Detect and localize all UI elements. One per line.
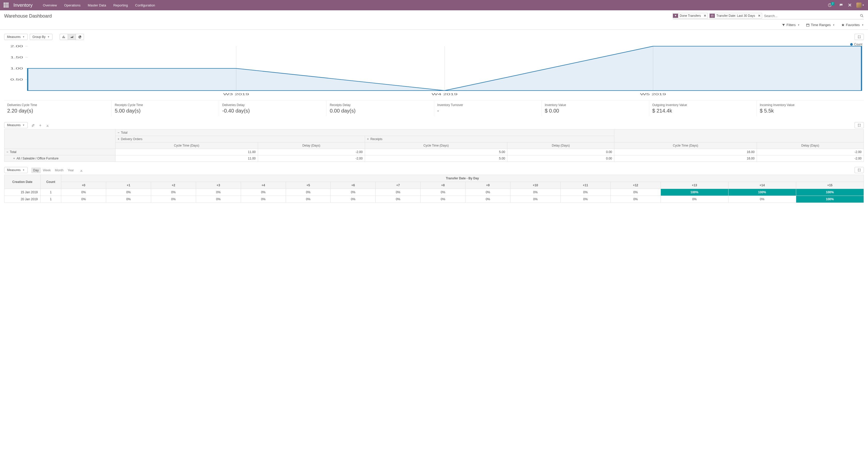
svg-point-2: [861, 14, 863, 16]
measures-button[interactable]: Measures▼: [4, 34, 28, 40]
svg-rect-1: [711, 15, 713, 17]
cohort-cell[interactable]: 0%: [510, 196, 561, 203]
bar-chart-button[interactable]: [60, 34, 68, 40]
cohort-cell[interactable]: 0%: [106, 189, 151, 196]
cohort-cell[interactable]: 0%: [376, 189, 421, 196]
measures-button[interactable]: Measures▼: [4, 122, 28, 128]
cohort-cell[interactable]: 0%: [376, 196, 421, 203]
line-chart-button[interactable]: [68, 34, 76, 40]
svg-rect-3: [807, 24, 809, 26]
cohort-cell[interactable]: 0%: [611, 196, 660, 203]
bar-chart-icon: [62, 35, 66, 39]
cohort-cell[interactable]: 0%: [421, 196, 466, 203]
cohort-cell[interactable]: 100%: [796, 189, 864, 196]
facet-label: Transfer Date: Last 30 Days: [715, 13, 757, 18]
close-studio-icon[interactable]: ✕: [848, 2, 852, 8]
measures-button[interactable]: Measures▼: [4, 167, 28, 173]
swap-icon: [31, 124, 35, 127]
favorites-dropdown[interactable]: Favorites▼: [841, 23, 864, 27]
user-menu[interactable]: ▼: [857, 3, 864, 8]
calendar-icon: [710, 14, 715, 18]
cohort-count: 1: [40, 196, 61, 203]
kpi-card[interactable]: Inventory Turnover -: [434, 101, 542, 116]
download-button[interactable]: [46, 123, 49, 127]
activity-icon[interactable]: 7: [828, 3, 835, 7]
cohort-cell[interactable]: 0%: [61, 189, 106, 196]
menu-operations[interactable]: Operations: [64, 3, 81, 7]
menu-reporting[interactable]: Reporting: [114, 3, 128, 7]
search-icon[interactable]: [860, 14, 864, 18]
svg-text:1.50: 1.50: [10, 56, 23, 59]
expand-button[interactable]: [855, 34, 864, 40]
pie-chart-button[interactable]: [76, 34, 84, 40]
cohort-cell[interactable]: 0%: [331, 196, 376, 203]
flip-axis-button[interactable]: [31, 123, 35, 127]
cohort-cell[interactable]: 0%: [611, 189, 660, 196]
facet-remove[interactable]: ✕: [757, 14, 762, 18]
cohort-cell[interactable]: 100%: [660, 189, 728, 196]
cohort-cell[interactable]: 0%: [196, 189, 241, 196]
expand-icon[interactable]: +: [118, 137, 119, 141]
cohort-cell[interactable]: 0%: [286, 196, 331, 203]
time-ranges-dropdown[interactable]: Time Ranges▼: [806, 23, 835, 27]
cohort-cell[interactable]: 0%: [61, 196, 106, 203]
cohort-cell[interactable]: 0%: [466, 196, 510, 203]
cohort-cell[interactable]: 0%: [151, 196, 196, 203]
menu-overview[interactable]: Overview: [43, 3, 57, 7]
cohort-cell[interactable]: 0%: [286, 189, 331, 196]
kpi-card[interactable]: Deliveries Delay -0.40 day(s): [219, 101, 327, 116]
navbar: Inventory Overview Operations Master Dat…: [0, 0, 868, 10]
svg-text:W5 2019: W5 2019: [640, 93, 666, 96]
cohort-cell[interactable]: 0%: [728, 196, 796, 203]
cohort-cell[interactable]: 100%: [728, 189, 796, 196]
collapse-icon[interactable]: −: [118, 131, 119, 134]
menu-master-data[interactable]: Master Data: [88, 3, 106, 7]
facet-remove[interactable]: ✕: [703, 14, 708, 18]
kpi-card[interactable]: Incoming Inventory Value $ 5.5k: [757, 101, 864, 116]
cohort-cell[interactable]: 0%: [560, 196, 611, 203]
brand[interactable]: Inventory: [13, 3, 33, 8]
kpi-card[interactable]: Deliveries Cycle Time 2.20 day(s): [4, 101, 112, 116]
expand-button[interactable]: [855, 167, 864, 173]
cohort-cell[interactable]: 0%: [241, 189, 286, 196]
cohort-cell[interactable]: 0%: [331, 189, 376, 196]
cohort-cell[interactable]: 0%: [421, 189, 466, 196]
group-by-button[interactable]: Group By▼: [30, 34, 53, 40]
menu-configuration[interactable]: Configuration: [135, 3, 155, 7]
toggle-icon[interactable]: +: [13, 157, 15, 160]
filters-dropdown[interactable]: Filters▼: [782, 23, 800, 27]
cohort-cell[interactable]: 0%: [241, 196, 286, 203]
page-title: Warehouse Dashboard: [4, 13, 52, 19]
cohort-cell[interactable]: 0%: [560, 189, 611, 196]
expand-all-button[interactable]: [38, 123, 42, 127]
kpi-value: -: [437, 108, 538, 114]
kpi-card[interactable]: Receipts Delay 0.00 day(s): [327, 101, 434, 116]
kpi-value: 0.00 day(s): [330, 108, 431, 114]
svg-text:0.50: 0.50: [10, 78, 23, 81]
expand-button[interactable]: [855, 122, 864, 128]
toggle-icon[interactable]: −: [6, 150, 8, 154]
kpi-card[interactable]: Receipts Cycle Time 5.00 day(s): [112, 101, 219, 116]
search-input[interactable]: [764, 13, 858, 18]
interval-week[interactable]: Week: [41, 167, 53, 173]
svg-text:W4 2019: W4 2019: [432, 93, 458, 96]
svg-text:W3 2019: W3 2019: [223, 93, 249, 96]
cohort-cell[interactable]: 0%: [106, 196, 151, 203]
cohort-cell[interactable]: 0%: [510, 189, 561, 196]
download-button[interactable]: [80, 168, 83, 172]
interval-month[interactable]: Month: [53, 167, 65, 173]
cohort-cell[interactable]: 100%: [796, 196, 864, 203]
cohort-cell[interactable]: 0%: [660, 196, 728, 203]
apps-icon[interactable]: [4, 3, 9, 8]
expand-icon[interactable]: +: [367, 137, 369, 141]
activity-badge: 7: [831, 2, 835, 5]
cohort-cell[interactable]: 0%: [151, 189, 196, 196]
kpi-card[interactable]: Inventory Value $ 0.00: [542, 101, 649, 116]
interval-day[interactable]: Day: [31, 167, 41, 173]
cohort-cell[interactable]: 0%: [196, 196, 241, 203]
cohort-cell[interactable]: 0%: [466, 189, 510, 196]
chart-legend: Count: [850, 42, 862, 46]
kpi-card[interactable]: Outgoing Inventory Value $ 214.4k: [649, 101, 757, 116]
interval-year[interactable]: Year: [66, 167, 76, 173]
discuss-icon[interactable]: [839, 3, 843, 7]
